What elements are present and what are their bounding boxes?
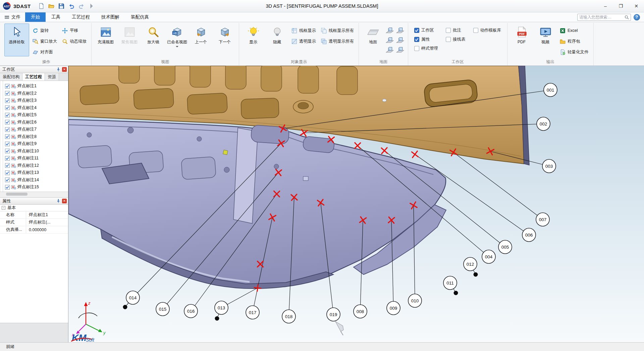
quick-access-more-button[interactable] (89, 3, 95, 9)
weld-plus-mark[interactable] (254, 284, 261, 292)
tree-horizontal-scrollbar[interactable] (0, 192, 68, 196)
workspace-panel-close-icon[interactable]: ✕ (62, 67, 67, 72)
window-zoom-button[interactable]: 窗口放大 (31, 37, 59, 45)
close-button[interactable]: ✕ (629, 0, 644, 12)
tree-item-weld-annotation-2[interactable]: 焊点标注2 (5, 90, 68, 97)
wireframe-display-button[interactable]: 线框显示 (290, 27, 318, 35)
tree-item-weld-annotation-5[interactable]: 焊点标注5 (5, 111, 68, 119)
next-view-button[interactable]: 下一个 (214, 23, 236, 56)
workspace-tab-2[interactable]: 资源 (45, 73, 59, 81)
hide-button[interactable]: 隐藏 (266, 23, 288, 56)
export-video-button[interactable]: 视频 (534, 23, 556, 56)
weld-x-mark[interactable] (269, 214, 276, 221)
magnifier-button[interactable]: 放大镜 (142, 23, 164, 56)
tab-process[interactable]: 工艺过程 (66, 12, 96, 22)
balloon-002[interactable]: 002 (537, 117, 550, 131)
3d-viewport[interactable]: 0010020030070060050040120110100090080190… (68, 66, 644, 342)
tree-item-checkbox[interactable] (5, 134, 10, 139)
select-pick-button[interactable]: 选择拾取 (4, 23, 29, 56)
tree-item-weld-annotation-4[interactable]: 焊点标注4 (5, 104, 68, 112)
tree-item-checkbox[interactable] (5, 142, 10, 146)
balloon-011[interactable]: 011 (443, 276, 457, 290)
help-button[interactable]: ? (634, 14, 640, 20)
balloon-008[interactable]: 008 (354, 305, 367, 318)
save-file-button[interactable] (58, 3, 64, 9)
tree-item-checkbox[interactable] (5, 156, 10, 161)
export-lightweight-button[interactable]: 轻量化文件 (558, 48, 590, 56)
wireframe-display-all-button[interactable]: 线框显示所有 (319, 27, 356, 35)
weld-x-mark[interactable] (487, 148, 494, 155)
ground-option-1[interactable] (386, 27, 394, 35)
undo-button[interactable] (68, 3, 74, 9)
tree-item-weld-annotation-9[interactable]: 焊点标注9 (5, 140, 68, 148)
maximize-button[interactable]: ❐ (613, 0, 629, 12)
tree-item-checkbox[interactable] (5, 113, 10, 117)
property-value[interactable]: 焊点标注1 (26, 212, 68, 218)
export-excel-button[interactable]: Excel (558, 27, 590, 35)
weld-x-mark[interactable] (258, 261, 263, 267)
tree-item-weld-annotation-11[interactable]: 焊点标注11 (5, 155, 68, 162)
ground-button[interactable]: 地面 (362, 23, 384, 56)
tree-item-checkbox[interactable] (5, 163, 10, 168)
tree-item-checkbox[interactable] (5, 178, 10, 182)
weld-x-mark[interactable] (355, 143, 361, 149)
minimize-button[interactable]: – (598, 0, 613, 12)
collapse-icon[interactable]: − (2, 206, 5, 210)
balloon-007[interactable]: 007 (536, 213, 549, 226)
named-views-button[interactable]: AB已命名视图 (166, 23, 188, 56)
balloon-009[interactable]: 009 (387, 301, 400, 315)
weld-x-mark[interactable] (450, 149, 457, 156)
balloon-006[interactable]: 006 (522, 228, 536, 242)
scrollbar-thumb[interactable] (6, 193, 28, 196)
tab-home[interactable]: 开始 (25, 12, 46, 22)
search-icon[interactable] (625, 15, 629, 19)
rotate-button[interactable]: 旋转 (31, 27, 59, 35)
weld-x-mark[interactable] (328, 137, 334, 143)
balloon-004[interactable]: 004 (482, 250, 495, 263)
property-value[interactable]: 0.000000 (26, 228, 68, 232)
annotation-checkbox[interactable]: 批注 (446, 28, 466, 33)
workspace-tab-1[interactable]: 工艺过程 (22, 73, 45, 81)
ground-option-5[interactable] (386, 46, 394, 54)
align-face-button[interactable]: 对齐面 (31, 48, 59, 56)
weld-x-mark[interactable] (274, 191, 279, 197)
balloon-015[interactable]: 015 (156, 302, 169, 316)
tree-item-checkbox[interactable] (5, 84, 10, 89)
transparent-display-button[interactable]: 透明显示 (290, 37, 318, 45)
properties-group-header[interactable]: − 基本 (0, 205, 68, 211)
export-pdf-button[interactable]: PDFPDF (511, 23, 533, 56)
tree-item-weld-annotation-6[interactable]: 焊点标注6 (5, 119, 68, 126)
balloon-014[interactable]: 014 (126, 291, 140, 304)
balloon-018[interactable]: 018 (282, 310, 296, 323)
tree-item-checkbox[interactable] (5, 149, 10, 153)
tree-item-checkbox[interactable] (5, 105, 10, 110)
search-input[interactable] (579, 15, 625, 19)
balloon-013[interactable]: 013 (215, 301, 228, 314)
balloon-005[interactable]: 005 (498, 240, 512, 254)
tab-tools[interactable]: 工具 (46, 12, 66, 22)
style-manage-checkbox[interactable]: 样式管理 (414, 46, 438, 51)
fit-view-button[interactable]: 充满视图 (95, 23, 117, 56)
tree-item-weld-annotation-10[interactable]: 焊点标注10 (5, 148, 68, 155)
tree-item-checkbox[interactable] (5, 127, 10, 132)
action-template-lib-checkbox[interactable]: 动作模板库 (473, 28, 501, 33)
property-value[interactable]: 焊点标注(... (26, 219, 68, 225)
show-button[interactable]: 显示 (242, 23, 264, 56)
tree-item-weld-annotation-15[interactable]: 焊点标注15 (5, 184, 68, 191)
tree-item-weld-annotation-3[interactable]: 焊点标注3 (5, 97, 68, 104)
tab-tech-illustration[interactable]: 技术图解 (96, 12, 125, 22)
ground-option-6[interactable] (396, 46, 404, 54)
pin-icon[interactable] (56, 67, 61, 72)
pin-icon[interactable] (56, 199, 61, 203)
pan-button[interactable]: 平移 (60, 27, 88, 35)
weld-x-mark[interactable] (275, 169, 282, 176)
tree-item-weld-annotation-8[interactable]: 焊点标注8 (5, 133, 68, 141)
redo-button[interactable] (78, 3, 85, 9)
workspace-checkbox[interactable]: 工作区 (414, 28, 438, 33)
open-file-button[interactable] (48, 3, 54, 9)
tree-item-weld-annotation-14[interactable]: 焊点标注14 (5, 177, 68, 184)
balloon-019[interactable]: 019 (327, 308, 340, 321)
tree-item-checkbox[interactable] (5, 170, 10, 175)
tree-item-weld-annotation-7[interactable]: 焊点标注7 (5, 126, 68, 133)
tree-item-checkbox[interactable] (5, 185, 10, 190)
